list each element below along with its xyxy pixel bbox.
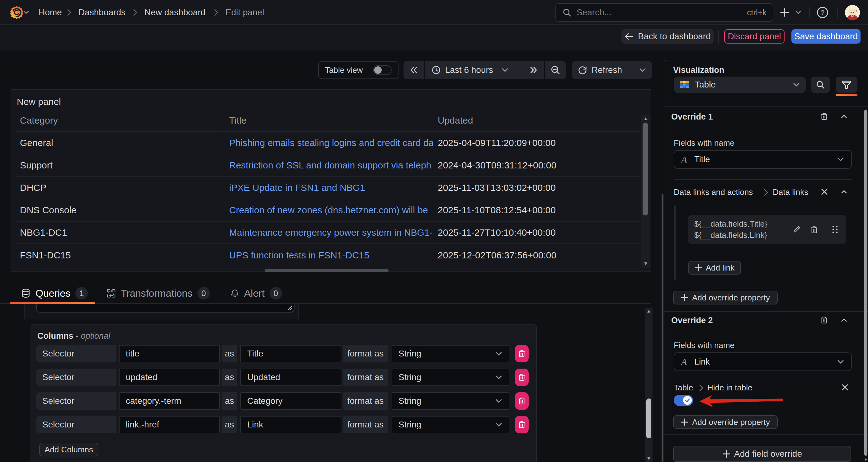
svg-text:?: ? [821, 9, 825, 16]
